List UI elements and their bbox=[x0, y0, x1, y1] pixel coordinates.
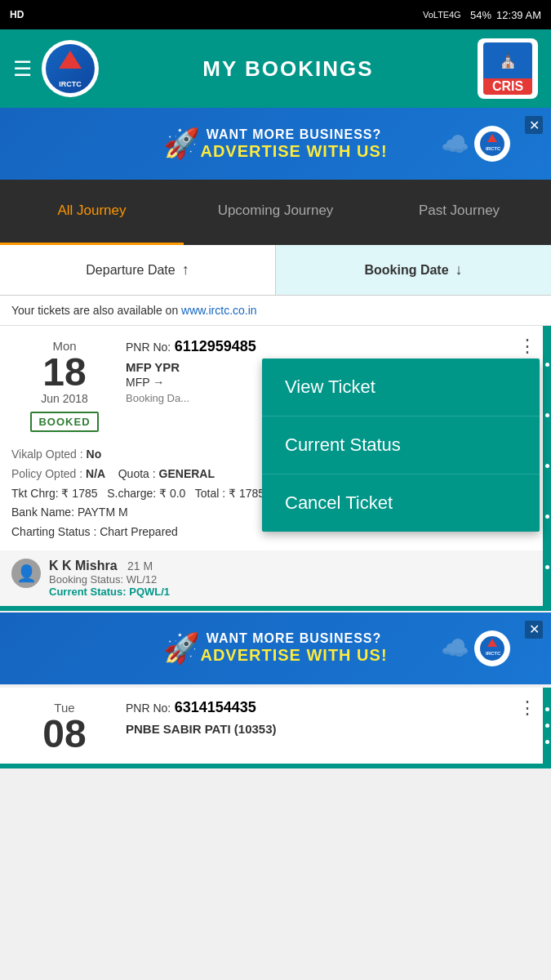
irctc-logo: IRCTC bbox=[42, 40, 99, 97]
svg-text:4G: 4G bbox=[449, 10, 461, 20]
sort-departure-button[interactable]: Departure Date ↑ bbox=[0, 245, 275, 295]
info-bar: Your tickets are also available on www.i… bbox=[0, 296, 551, 326]
ticket-month: Jun 2018 bbox=[41, 392, 88, 405]
passenger-age: 21 M bbox=[127, 559, 153, 572]
dot-2 bbox=[545, 413, 549, 417]
departure-sort-label: Departure Date bbox=[86, 263, 175, 278]
status-bar: HD VoLTE 4G 54% 12:39 AM bbox=[0, 0, 551, 29]
banner-subtitle: ADVERTISE WITH US! bbox=[200, 142, 387, 161]
current-status-option[interactable]: Current Status bbox=[262, 416, 540, 474]
tab-past-journey[interactable]: Past Journey bbox=[367, 180, 551, 245]
ticket-2-route: PNBE SABIR PATI (10353) bbox=[126, 722, 540, 736]
ticket-2-date-number: 08 bbox=[42, 715, 86, 754]
dot-2-3 bbox=[545, 740, 549, 744]
ticket-2-info-col: PNR No: 6314154435 ⋮ PNBE SABIR PATI (10… bbox=[118, 697, 540, 754]
cloud-icon-2: ☁️ bbox=[441, 635, 469, 662]
cris-logo[interactable]: ⛪ CRIS bbox=[478, 38, 538, 99]
dot-indicator-2 bbox=[543, 688, 551, 764]
page-title: MY BOOKINGS bbox=[99, 56, 478, 82]
sort-bar: Departure Date ↑ Booking Date ↓ bbox=[0, 245, 551, 296]
view-ticket-option[interactable]: View Ticket bbox=[262, 359, 540, 416]
booked-badge: BOOKED bbox=[30, 412, 98, 432]
policy-value: N/A bbox=[86, 467, 105, 480]
pnr-number: 6112959485 bbox=[175, 338, 256, 354]
passenger-name: K K Mishra bbox=[49, 559, 118, 572]
journey-tabs: All Journey Upcoming Journey Past Journe… bbox=[0, 180, 551, 245]
quota-label: Quota : bbox=[118, 467, 156, 480]
irctc-text: IRCTC bbox=[59, 80, 82, 88]
booking-sort-arrow-down: ↓ bbox=[455, 261, 463, 278]
pnr-label: PNR No: bbox=[126, 341, 171, 354]
tab-upcoming-journey[interactable]: Upcoming Journey bbox=[184, 180, 367, 245]
ticket-2-pnr-number: 6314154435 bbox=[175, 699, 256, 715]
dot-1 bbox=[545, 363, 549, 367]
ticket-card-2: Tue 08 PNR No: 6314154435 ⋮ PNBE SABIR P… bbox=[0, 688, 551, 768]
banner-close-button[interactable]: ✕ bbox=[525, 116, 543, 134]
dot-indicator bbox=[543, 326, 551, 606]
hd-indicator: HD bbox=[10, 9, 24, 20]
vikalp-value: No bbox=[87, 448, 102, 461]
battery-indicator: 54% bbox=[470, 9, 491, 21]
advertisement-banner: 🚀 WANT MORE BUSINESS? ADVERTISE WITH US!… bbox=[0, 108, 551, 180]
dot-5 bbox=[545, 565, 549, 569]
departure-sort-arrow-up: ↑ bbox=[182, 261, 189, 278]
ticket-2-date-col: Tue 08 bbox=[11, 697, 118, 754]
app-header: ☰ IRCTC MY BOOKINGS ⛪ CRIS bbox=[0, 29, 551, 108]
banner-close-button-2[interactable]: ✕ bbox=[525, 621, 543, 639]
dot-3 bbox=[545, 464, 549, 468]
current-status: Current Status: PQWL/1 bbox=[49, 586, 540, 598]
banner-title-2: WANT MORE BUSINESS? bbox=[207, 631, 382, 646]
cancel-ticket-option[interactable]: Cancel Ticket bbox=[262, 474, 540, 532]
banner-irctc-logo-2: IRCTC bbox=[474, 630, 510, 666]
booking-status: Booking Status: WL/12 bbox=[49, 573, 540, 586]
rocket-icon-2: 🚀 bbox=[163, 631, 200, 666]
quota-value: GENERAL bbox=[159, 467, 215, 480]
dot-4 bbox=[545, 514, 549, 519]
network-indicator: VoLTE 4G bbox=[423, 7, 465, 24]
svg-text:VoLTE: VoLTE bbox=[423, 10, 449, 20]
banner-title: WANT MORE BUSINESS? bbox=[207, 127, 382, 142]
ticket-card-1: Mon 18 Jun 2018 BOOKED PNR No: 611295948… bbox=[0, 326, 551, 611]
banner-subtitle-2: ADVERTISE WITH US! bbox=[200, 646, 387, 665]
dot-2-1 bbox=[545, 707, 549, 711]
ticket-options-dropdown: View Ticket Current Status Cancel Ticket bbox=[262, 359, 540, 532]
ticket-date-number: 18 bbox=[42, 353, 86, 392]
cris-label: CRIS bbox=[492, 79, 523, 94]
cloud-icon: ☁️ bbox=[441, 131, 469, 158]
ticket-2-more-options-icon[interactable]: ⋮ bbox=[515, 697, 540, 719]
irctc-link[interactable]: www.irctc.co.in bbox=[181, 304, 257, 317]
banner-irctc-logo: IRCTC bbox=[474, 126, 510, 162]
policy-label: Policy Opted : bbox=[11, 467, 82, 480]
svg-text:IRCTC: IRCTC bbox=[486, 146, 501, 151]
time-display: 12:39 AM bbox=[496, 9, 541, 21]
booking-sort-label: Booking Date bbox=[364, 263, 448, 278]
tab-all-journey[interactable]: All Journey bbox=[0, 180, 184, 245]
ticket-2-pnr-label: PNR No: bbox=[126, 702, 171, 715]
menu-icon[interactable]: ☰ bbox=[13, 56, 32, 82]
rocket-icon: 🚀 bbox=[163, 127, 200, 161]
advertisement-banner-2: 🚀 WANT MORE BUSINESS? ADVERTISE WITH US!… bbox=[0, 612, 551, 684]
passenger-info: K K Mishra 21 M Booking Status: WL/12 Cu… bbox=[49, 559, 540, 598]
vikalp-label: Vikalp Opted : bbox=[11, 448, 83, 461]
ticket-date-col: Mon 18 Jun 2018 BOOKED bbox=[11, 336, 118, 432]
passenger-avatar: 👤 bbox=[11, 559, 41, 588]
passenger-row: 👤 K K Mishra 21 M Booking Status: WL/12 … bbox=[0, 550, 551, 606]
dot-2-2 bbox=[545, 724, 549, 728]
more-options-icon[interactable]: ⋮ bbox=[515, 336, 540, 357]
sort-booking-button[interactable]: Booking Date ↓ bbox=[276, 245, 551, 295]
svg-text:IRCTC: IRCTC bbox=[486, 651, 501, 656]
info-text: Your tickets are also available on bbox=[11, 304, 181, 317]
